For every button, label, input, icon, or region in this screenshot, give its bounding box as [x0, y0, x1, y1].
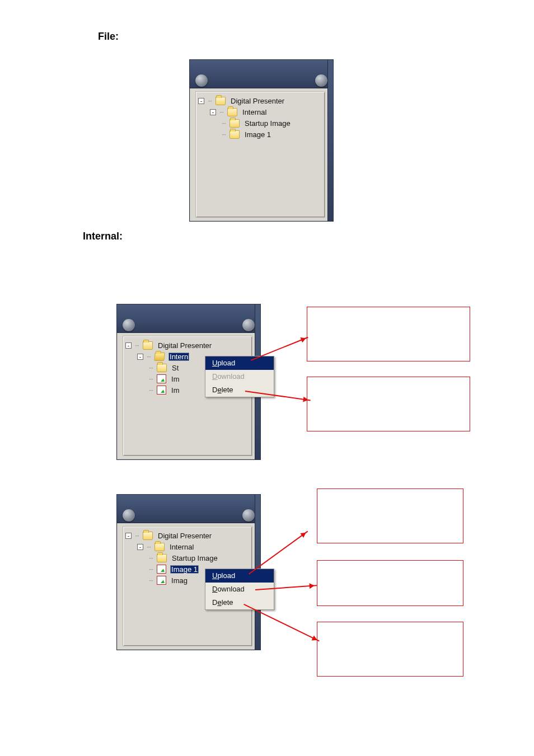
- orb-icon: [315, 74, 327, 87]
- folder-icon: [227, 108, 237, 116]
- orb-icon: [242, 509, 255, 522]
- collapse-icon[interactable]: -: [125, 533, 132, 539]
- image-file-icon: [157, 386, 166, 395]
- collapse-icon[interactable]: -: [210, 109, 216, 115]
- orb-icon: [123, 319, 135, 331]
- tree-label: Intern: [168, 353, 189, 361]
- tree-label: Digital Presenter: [157, 341, 213, 350]
- tree-root[interactable]: - ··· Digital Presenter: [125, 340, 250, 351]
- tree-label: Image 1: [170, 565, 199, 574]
- image-file-icon: [157, 576, 166, 585]
- treeview-window-2: - ··· Digital Presenter - ··· Intern ···: [116, 304, 261, 460]
- callout-box: [317, 560, 463, 606]
- folder-icon: [157, 364, 167, 372]
- tree-label: St: [171, 364, 180, 372]
- callout-box: [307, 377, 470, 431]
- collapse-icon[interactable]: -: [137, 354, 143, 360]
- tree-internal[interactable]: - ··· Internal: [198, 106, 322, 118]
- folder-icon: [229, 130, 240, 139]
- orb-icon: [242, 319, 255, 331]
- window-titlebar: [117, 304, 260, 333]
- image-file-icon: [157, 565, 166, 574]
- tree-internal[interactable]: - ··· Internal: [125, 541, 250, 552]
- window-scroll-strip: [327, 60, 333, 221]
- tree-label: Im: [170, 386, 180, 395]
- treeview-window-3: - ··· Digital Presenter - ··· Internal ·…: [116, 494, 261, 650]
- callout-box: [307, 307, 470, 361]
- treeview-window-1: - ··· Digital Presenter - ··· Internal ·…: [189, 59, 334, 222]
- collapse-icon[interactable]: -: [198, 98, 204, 104]
- window-titlebar: [190, 60, 333, 88]
- tree-label: Internal: [241, 108, 268, 116]
- folder-icon: [154, 543, 165, 551]
- menu-upload[interactable]: Upload: [205, 569, 274, 583]
- tree-startup-image[interactable]: ··· Startup Image: [198, 118, 322, 129]
- folder-icon: [216, 97, 226, 105]
- callout-box: [317, 489, 463, 543]
- menu-delete[interactable]: Delete: [205, 383, 274, 397]
- orb-icon: [195, 74, 208, 87]
- heading-internal: Internal:: [83, 231, 467, 242]
- window-titlebar: [117, 495, 260, 523]
- menu-upload[interactable]: Upload: [205, 356, 274, 370]
- folder-icon: [143, 341, 153, 350]
- tree-label: Internal: [168, 543, 195, 551]
- tree-label: Image 1: [243, 130, 272, 139]
- folder-tree[interactable]: - ··· Digital Presenter - ··· Internal ·…: [195, 91, 325, 218]
- collapse-icon[interactable]: -: [125, 342, 132, 349]
- menu-download-disabled: Download: [205, 370, 274, 383]
- folder-icon: [157, 554, 167, 562]
- tree-startup-image[interactable]: ··· Startup Image: [125, 552, 250, 564]
- tree-label: Imag: [170, 576, 189, 585]
- orb-icon: [123, 509, 135, 522]
- image-file-icon: [157, 374, 166, 383]
- folder-icon: [143, 532, 153, 540]
- folder-open-icon: [154, 353, 165, 361]
- menu-delete[interactable]: Delete: [205, 596, 274, 609]
- tree-root[interactable]: - ··· Digital Presenter: [198, 95, 322, 106]
- tree-label: Startup Image: [243, 119, 292, 128]
- tree-image-1[interactable]: ··· Image 1: [198, 129, 322, 140]
- heading-file: File:: [98, 31, 467, 43]
- tree-label: Startup Image: [171, 554, 219, 562]
- collapse-icon[interactable]: -: [137, 544, 143, 550]
- tree-label: Im: [170, 375, 180, 383]
- context-menu[interactable]: Upload Download Delete: [205, 356, 274, 397]
- folder-icon: [229, 119, 240, 128]
- callout-box: [317, 622, 463, 677]
- tree-label: Digital Presenter: [229, 97, 285, 105]
- tree-root[interactable]: - ··· Digital Presenter: [125, 530, 250, 541]
- tree-label: Digital Presenter: [157, 532, 213, 540]
